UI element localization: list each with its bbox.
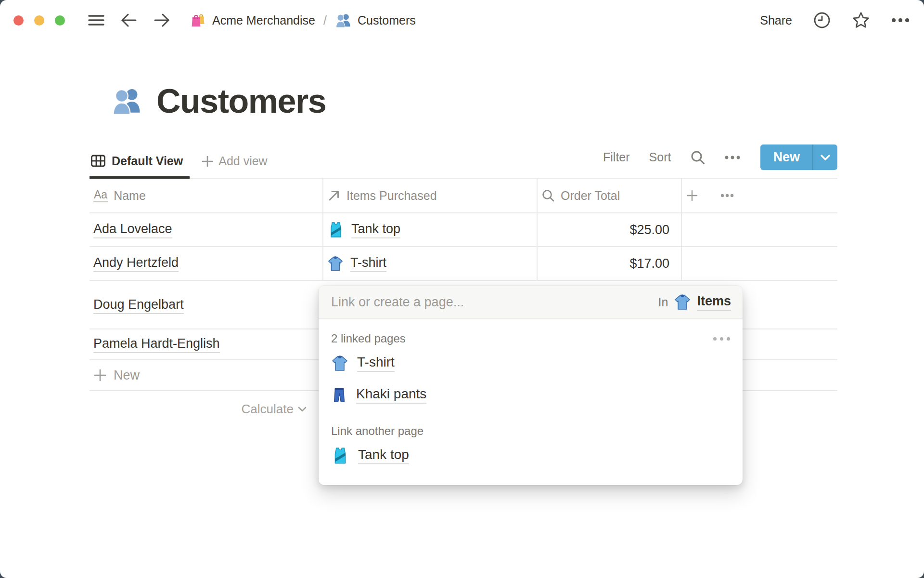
filter-button[interactable]: Filter [603,150,630,164]
table-row: Andy Hertzfeld T-shirt $17.00 [90,247,837,281]
order-total-value: $17.00 [629,256,669,271]
chevron-down-icon [297,406,307,412]
customer-page-link[interactable]: Doug Engelbart [93,297,184,314]
table-row: Ada Lovelace Tank top $25.00 [90,213,837,247]
linked-pages-options-button[interactable] [713,337,730,341]
cell-items-purchased[interactable]: Tank top [323,213,538,246]
breadcrumb-workspace[interactable]: Acme Merchandise [189,12,315,29]
ellipsis-icon [720,194,734,197]
minimize-window-button[interactable] [34,15,44,26]
in-target-database-link[interactable]: Items [697,294,731,311]
star-icon [852,12,870,29]
popup-search-bar: Link or create a page... In Items [319,286,743,319]
plus-icon [686,189,698,202]
item-page-link-label: Tank top [351,222,400,238]
cell-name[interactable]: Andy Hertzfeld [90,247,323,280]
sidebar-menu-button[interactable] [88,13,104,27]
page-title: Customers [111,82,837,120]
close-window-button[interactable] [13,15,24,26]
new-record-button[interactable]: New [760,144,837,170]
customer-page-link[interactable]: Andy Hertzfeld [93,255,179,272]
calculate-button[interactable]: Calculate [90,391,323,427]
favorite-button[interactable] [852,12,870,29]
search-button[interactable] [690,150,706,165]
item-page-link[interactable]: Tank top [327,221,400,238]
plus-icon [93,368,107,382]
breadcrumb-separator: / [321,13,329,27]
people-icon [335,12,352,29]
column-header-total-label: Order Total [561,189,620,203]
view-bar: Default View Add view Filter Sort [90,144,837,179]
hamburger-icon [88,13,104,27]
table-options-button[interactable] [720,194,734,197]
linked-page-item[interactable]: Khaki pants [331,379,730,411]
page-title-text[interactable]: Customers [156,82,326,120]
chevron-down-icon [820,154,831,161]
back-button[interactable] [121,13,137,27]
column-header-order-total[interactable]: Order Total [538,179,682,212]
ellipsis-icon [725,156,740,159]
zoom-window-button[interactable] [55,15,65,26]
app-window: Acme Merchandise / Customers Share [0,0,924,578]
breadcrumb-page[interactable]: Customers [335,12,416,29]
cell-name[interactable]: Ada Lovelace [90,213,323,246]
link-search-input[interactable]: Link or create a page... [331,295,658,310]
rollup-property-icon [541,189,555,202]
forward-arrow-icon [154,13,170,27]
tab-default-view-label: Default View [112,154,183,168]
table-view-icon [90,153,106,169]
tank-top-icon [331,447,349,465]
linked-page-item[interactable]: T-shirt [331,347,730,379]
linked-page-label: T-shirt [357,355,395,372]
plus-icon [201,155,214,168]
t-shirt-icon [331,354,348,372]
new-row-label: New [114,368,140,383]
new-record-button-label: New [760,144,812,170]
linked-page-label: Khaki pants [356,386,426,404]
tab-default-view[interactable]: Default View [90,146,190,179]
clock-icon [813,12,831,29]
link-another-section-label: Link another page [331,424,424,438]
people-icon[interactable] [111,85,143,117]
new-record-dropdown[interactable] [812,144,837,170]
add-column-button[interactable] [686,189,698,202]
back-arrow-icon [121,13,137,27]
cell-order-total[interactable]: $25.00 [538,213,682,246]
cell-name[interactable]: Pamela Hardt-English [90,329,323,359]
suggested-page-label: Tank top [358,447,409,464]
cell-order-total[interactable]: $17.00 [538,247,682,280]
updates-button[interactable] [813,12,831,29]
breadcrumb-workspace-label: Acme Merchandise [212,13,315,27]
add-view-label: Add view [218,154,267,168]
column-header-items-label: Items Purchased [346,189,437,203]
relation-property-icon [327,189,341,202]
window-toolbar: Acme Merchandise / Customers Share [0,0,924,40]
relation-link-popup: Link or create a page... In Items 2 link… [319,286,743,485]
more-options-button[interactable] [891,18,910,23]
column-header-name[interactable]: Aa Name [90,179,323,212]
item-page-link[interactable]: T-shirt [327,255,386,272]
column-header-items-purchased[interactable]: Items Purchased [323,179,538,212]
view-options-button[interactable] [725,156,740,159]
add-view-button[interactable]: Add view [190,147,276,177]
breadcrumb-page-label: Customers [358,13,416,27]
customer-page-link[interactable]: Pamela Hardt-English [93,336,220,353]
item-page-link-label: T-shirt [350,255,386,272]
ellipsis-icon [891,18,910,23]
jeans-icon [331,386,347,404]
share-button[interactable]: Share [760,13,792,27]
order-total-value: $25.00 [629,223,669,237]
t-shirt-icon [674,293,691,311]
cell-items-purchased[interactable]: T-shirt [323,247,538,280]
forward-button[interactable] [154,13,170,27]
cell-name[interactable]: Doug Engelbart [90,281,323,329]
calculate-label: Calculate [242,402,294,417]
suggested-page-item[interactable]: Tank top [331,440,730,472]
table-header-row: Aa Name Items Purchased Order Total [90,179,837,213]
breadcrumb: Acme Merchandise / Customers [189,12,416,29]
sort-button[interactable]: Sort [649,150,671,164]
customer-page-link[interactable]: Ada Lovelace [93,222,172,238]
column-header-name-label: Name [114,189,146,203]
tank-top-icon [327,221,345,238]
traffic-lights [13,15,65,26]
